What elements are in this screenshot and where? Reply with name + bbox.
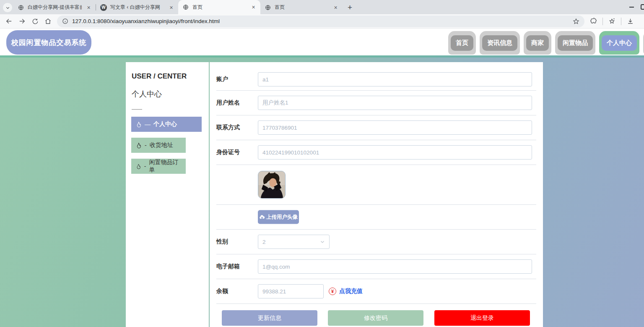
- phone-input[interactable]: [258, 120, 532, 135]
- form-row-id-number: 身份证号: [216, 140, 536, 165]
- globe-favicon-icon: [182, 4, 189, 10]
- bookmark-star-icon[interactable]: [573, 18, 579, 25]
- gender-label: 性别: [216, 238, 228, 246]
- sidebar-subheading: 个人中心: [132, 89, 209, 99]
- screen: 白嫖中分享网-提供丰富的 Java × W 写文章 ‹ 白嫖中分享网 × 首页 …: [0, 0, 644, 327]
- sidebar-item-idle-goods-orders[interactable]: - 闲置物品订单: [131, 159, 186, 174]
- browser-tab-2[interactable]: W 写文章 ‹ 白嫖中分享网 ×: [96, 0, 178, 14]
- page-body: USER / CENTER 个人中心 — 个人中心 - 收货地址 - 闲置物品订…: [0, 55, 644, 327]
- name-label: 用户姓名: [216, 99, 240, 107]
- sidebar-item-shipping-address[interactable]: - 收货地址: [131, 138, 186, 153]
- upload-avatar-button[interactable]: 上传用户头像: [258, 210, 299, 224]
- home-icon[interactable]: [42, 16, 54, 27]
- browser-tab-4[interactable]: 首页 ×: [260, 0, 343, 14]
- cloud-upload-icon: [259, 214, 265, 220]
- name-input[interactable]: [258, 96, 532, 110]
- sidebar-item-label: 闲置物品订单: [149, 159, 182, 174]
- address-bar[interactable]: 127.0.0.1:8080/xiaoyuanxianzhiwupinjiaoy…: [57, 16, 584, 27]
- site-header: 校园闲置物品交易系统 首页 资讯信息 商家 闲置物品 个人中心 购物车: [0, 29, 644, 55]
- sparkle-star-icon[interactable]: [606, 16, 618, 27]
- recharge-link[interactable]: 点我充值: [339, 288, 363, 295]
- main-nav: 首页 资讯信息 商家 闲置物品 个人中心 购物车: [448, 31, 644, 55]
- form-row-gender: 性别 2: [216, 230, 536, 254]
- url-text[interactable]: 127.0.0.1:8080/xiaoyuanxianzhiwupinjiaoy…: [72, 18, 569, 24]
- reload-icon[interactable]: [29, 16, 41, 27]
- form-row-phone: 联系方式: [216, 115, 536, 140]
- chevron-down-icon: [5, 5, 10, 10]
- browser-tab-1[interactable]: 白嫖中分享网-提供丰富的 Java ×: [13, 0, 96, 14]
- balance-label: 余额: [216, 288, 228, 295]
- sidebar-heading: USER / CENTER: [132, 72, 209, 81]
- logout-button[interactable]: 退出登录: [434, 310, 530, 326]
- extensions-puzzle-icon[interactable]: [588, 16, 599, 27]
- browser-tab-strip: 白嫖中分享网-提供丰富的 Java × W 写文章 ‹ 白嫖中分享网 × 首页 …: [0, 0, 644, 14]
- nav-item-news[interactable]: 资讯信息: [480, 31, 520, 55]
- form-row-upload: 上传用户头像: [216, 205, 536, 230]
- update-info-button[interactable]: 更新信息: [222, 310, 317, 326]
- email-input[interactable]: [258, 259, 532, 274]
- user-avatar-image: [258, 171, 286, 199]
- browser-tab-3-active[interactable]: 首页 ×: [178, 0, 260, 14]
- toolbar-divider: [602, 18, 603, 25]
- user-profile-form: 账户 用户姓名 联系方式 身份证号: [210, 62, 543, 327]
- download-icon[interactable]: [625, 16, 636, 27]
- sidebar-menu: — 个人中心 - 收货地址 - 闲置物品订单: [131, 117, 209, 174]
- sidebar: USER / CENTER 个人中心 — 个人中心 - 收货地址 - 闲置物品订…: [126, 62, 209, 327]
- site-title-badge: 校园闲置物品交易系统: [6, 30, 91, 55]
- form-row-avatar: [216, 165, 536, 205]
- site-info-icon[interactable]: [62, 18, 68, 24]
- chevron-down-icon: [320, 239, 325, 244]
- tab-close-icon[interactable]: ×: [168, 4, 175, 11]
- tab-title: 首页: [275, 4, 329, 11]
- forward-icon[interactable]: [16, 16, 28, 27]
- change-password-button[interactable]: 修改密码: [328, 310, 423, 326]
- form-actions: 更新信息 修改密码 退出登录: [216, 304, 536, 327]
- tab-title: 写文章 ‹ 白嫖中分享网: [110, 4, 164, 11]
- gender-select[interactable]: 2: [258, 235, 330, 249]
- flame-icon: [135, 121, 142, 128]
- flame-icon: [135, 163, 141, 170]
- globe-favicon-icon: [265, 4, 271, 11]
- new-tab-button[interactable]: +: [344, 2, 356, 13]
- toolbar-divider: [621, 18, 621, 25]
- tab-title: 首页: [192, 4, 247, 11]
- form-row-balance: 余额 ¥ 点我充值: [216, 279, 536, 304]
- sidebar-item-label: 收货地址: [150, 141, 173, 149]
- id-number-input[interactable]: [258, 145, 532, 160]
- email-label: 电子邮箱: [216, 263, 240, 270]
- nav-item-idle-goods[interactable]: 闲置物品: [555, 31, 595, 55]
- form-row-name: 用户姓名: [216, 91, 536, 115]
- form-row-account: 账户: [216, 68, 536, 91]
- rmb-recharge-icon: ¥: [329, 288, 336, 295]
- nav-item-merchants[interactable]: 商家: [524, 31, 551, 55]
- flame-icon: [135, 142, 142, 149]
- sidebar-divider: [132, 109, 142, 110]
- tab-title: 白嫖中分享网-提供丰富的 Java: [28, 4, 82, 11]
- balance-input[interactable]: [258, 284, 324, 298]
- sidebar-item-user-center[interactable]: — 个人中心: [131, 117, 202, 132]
- globe-favicon-icon: [18, 4, 24, 11]
- header-underline-strip: [0, 55, 644, 58]
- gender-selected-value: 2: [262, 239, 266, 245]
- window-minimize-button[interactable]: [629, 7, 634, 8]
- nav-item-home[interactable]: 首页: [448, 31, 476, 55]
- tab-search-button[interactable]: [3, 3, 12, 12]
- tab-close-icon[interactable]: ×: [85, 4, 92, 11]
- phone-label: 联系方式: [216, 124, 240, 131]
- tab-close-icon[interactable]: ×: [250, 4, 257, 11]
- window-maximize-button[interactable]: [641, 4, 644, 10]
- id-number-label: 身份证号: [216, 149, 240, 156]
- back-icon[interactable]: [3, 16, 15, 27]
- browser-toolbar: 127.0.0.1:8080/xiaoyuanxianzhiwupinjiaoy…: [0, 14, 644, 29]
- sidebar-item-label: 个人中心: [153, 120, 177, 128]
- form-row-email: 电子邮箱: [216, 254, 536, 279]
- account-input[interactable]: [258, 72, 532, 86]
- tab-close-icon[interactable]: ×: [332, 4, 339, 11]
- browser-tabs: 白嫖中分享网-提供丰富的 Java × W 写文章 ‹ 白嫖中分享网 × 首页 …: [13, 0, 356, 14]
- wordpress-favicon-icon: W: [100, 4, 107, 11]
- account-label: 账户: [216, 76, 228, 83]
- nav-item-user-center[interactable]: 个人中心: [599, 31, 639, 55]
